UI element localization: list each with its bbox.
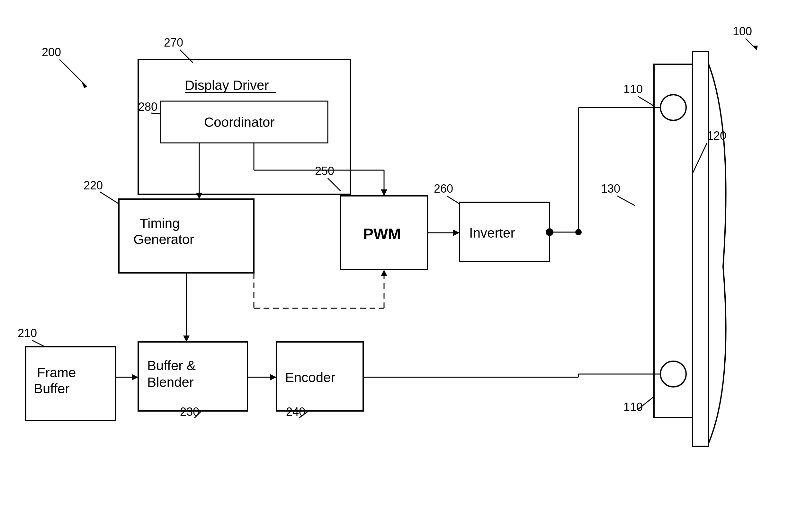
ref-280: 280 xyxy=(138,100,158,113)
display-driver-label: Display Driver xyxy=(185,78,269,93)
svg-point-44 xyxy=(575,229,582,235)
timing-generator-label: Timing xyxy=(140,216,180,231)
svg-text:Blender: Blender xyxy=(147,375,194,390)
ref-270: 270 xyxy=(164,36,183,49)
ref-110b: 110 xyxy=(623,400,643,414)
svg-text:Generator: Generator xyxy=(133,232,194,247)
pwm-label: PWM xyxy=(363,225,401,242)
coordinator-label: Coordinator xyxy=(204,115,274,130)
ref-110a: 110 xyxy=(623,82,643,96)
ref-210: 210 xyxy=(18,326,37,340)
ref-200: 200 xyxy=(42,45,61,59)
svg-point-58 xyxy=(546,228,554,236)
inverter-label: Inverter xyxy=(469,225,515,241)
ref-250: 250 xyxy=(315,164,334,177)
buffer-blender-label: Buffer & xyxy=(147,358,196,373)
ref-240: 240 xyxy=(286,405,305,418)
encoder-label: Encoder xyxy=(285,370,335,385)
frame-buffer-label: Frame xyxy=(37,365,76,380)
ref-100: 100 xyxy=(733,25,752,38)
ref-130: 130 xyxy=(601,182,620,195)
ref-220: 220 xyxy=(84,179,103,192)
svg-text:Buffer: Buffer xyxy=(34,381,69,396)
ref-260: 260 xyxy=(434,182,453,195)
